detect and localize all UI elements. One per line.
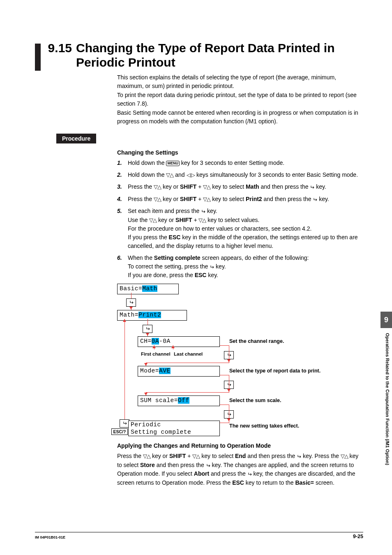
updown-icon: ▽△ [203,184,210,190]
label-ch-range: Set the channel range. [229,338,284,345]
box-sum: SUM scale=Off [138,395,220,406]
leftright-icon: ◁ ▷ [187,172,195,178]
menu-key-icon: MENU [166,161,180,166]
updown-icon: ▽△ [149,217,157,223]
updown-icon: ▽△ [154,196,161,202]
section-number: 9.15 [46,41,76,55]
enter-icon [126,298,136,307]
t: When the [128,254,154,261]
label-done: The new setting takes effect. [229,422,299,430]
updown-icon: ▽△ [143,453,150,459]
updown-icon: ▽△ [154,184,161,190]
t: + [196,196,203,202]
updown-icon: ▽△ [192,453,200,459]
t: key for 3 seconds to enter Setting mode. [180,160,284,166]
t: key. [205,208,217,214]
t: key to select [210,183,246,190]
t: ESC [169,234,181,240]
box-complete: PeriodicSetting complete [128,421,220,436]
t: If you press the [128,234,169,240]
procedure-label: Procedure [56,134,96,143]
label-last-channel: Last channel [174,351,203,358]
enter-icon [310,184,314,190]
enter-icon [206,462,210,469]
t: key or [157,217,175,223]
t: For the procedure on how to enter values… [128,225,311,232]
enter-icon [297,453,301,460]
footer-pagenum: 9-25 [353,534,363,539]
t: SHIFT [175,217,192,223]
t: and then press the [259,183,310,190]
t: Press the [128,183,154,190]
t: ESC [195,272,207,278]
step-6: 6. When the Setting complete screen appe… [117,254,363,280]
t: key to select values. [206,217,259,223]
updown-icon: ▽△ [341,453,348,459]
footer-rule [35,532,363,532]
side-tab: 9 [380,312,392,328]
enter-icon [247,471,252,477]
t: SHIFT [180,196,196,202]
enter-icon [201,208,205,215]
t: Setting complete [154,254,201,261]
t: + [192,217,199,223]
label-first-channel: First channel [141,351,171,358]
t: To correct the setting, press the [128,263,210,270]
side-tab-text: Operations Related to the Computation Fu… [383,333,390,465]
box-math: Math=Print2 [117,310,187,321]
enter-icon [143,325,152,333]
t: key or [161,196,180,202]
heading-bar [35,44,41,71]
step-1: 1. Hold down the MENU key for 3 seconds … [117,159,363,167]
t: keys simultaneously for 3 seconds to ent… [195,171,358,178]
t: Hold down the [128,171,166,178]
t: key. [214,263,226,270]
step-2: 2. Hold down the ▽△ and ◁ ▷ keys simulta… [117,171,363,179]
t: Math [246,183,259,190]
label-mode: Select the type of report data to print. [229,367,321,375]
updown-icon: ▽△ [166,172,173,178]
subheading-changing: Changing the Settings [117,148,363,157]
box-mode: Mode=AVE [138,366,220,377]
t: and [173,171,186,178]
apply-text: Press the ▽△ key or SHIFT + ▽△ key to se… [117,452,363,487]
t: and then press the [262,196,313,202]
t: Hold down the [128,160,166,166]
step-5: 5. Set each item and press the key. Use … [117,207,363,250]
t: screen appears, do either of the followi… [201,254,309,261]
intro-p2: To print the report data during periodic… [117,91,363,108]
t: Print2 [246,196,262,202]
esc-key-icon: ESC/? [111,428,128,435]
t: key. [314,183,326,190]
step-3: 3. Press the ▽△ key or SHIFT + ▽△ key to… [117,183,363,192]
t: If you are done, press the [128,272,195,278]
box-basic: Basic=Math [117,284,179,294]
t: key. [317,196,329,202]
label-sum: Select the sum scale. [229,397,281,405]
intro-p1: This section explains the details of sel… [117,73,363,90]
t: + [196,183,203,190]
t: SHIFT [180,183,196,190]
intro-p3: Basic Setting mode cannot be entered whe… [117,109,363,126]
enter-icon [313,197,317,203]
t: key to select [210,196,246,202]
footer-docid: IM 04P01B01-01E [35,535,65,539]
t: Set each item and press the [128,208,201,214]
step-4: 4. Press the ▽△ key or SHIFT + ▽△ key to… [117,195,363,204]
updown-icon: ▽△ [198,217,206,223]
updown-icon: ▽△ [203,196,210,202]
t: key or [161,183,180,190]
page-title: Changing the Type of Report Data Printed… [76,41,363,69]
enter-icon [210,264,214,270]
t: Press the [128,196,154,202]
flow-diagram: Basic=Math Math=Print2 CH=0A-0A Set the … [117,284,363,436]
t: Use the [128,217,149,223]
box-ch: CH=0A-0A [138,336,220,347]
t: key. [206,272,218,278]
subheading-applying: Applying the Changes and Returning to Op… [117,442,363,450]
